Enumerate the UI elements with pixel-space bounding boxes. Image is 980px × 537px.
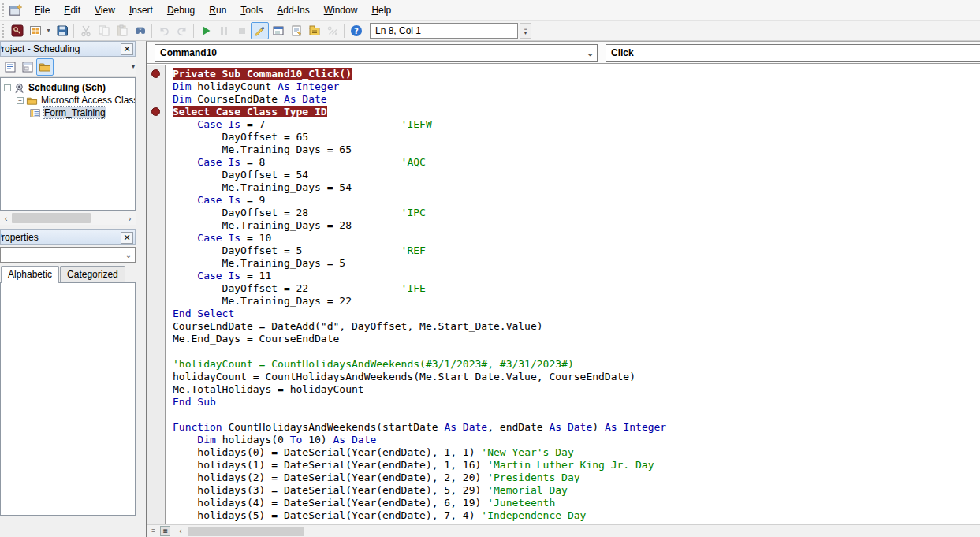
menu-tools[interactable]: Tools	[233, 2, 270, 19]
code-line[interactable]: Function CountHolidaysAndWeekends(startD…	[173, 421, 980, 434]
break-icon	[218, 24, 230, 37]
code-line[interactable]: holidays(2) = DateSerial(Year(endDate), …	[173, 472, 980, 484]
code-line[interactable]: holidays(5) = DateSerial(Year(endDate), …	[173, 509, 980, 522]
scrollbar-thumb[interactable]	[188, 527, 304, 536]
code-line[interactable]: Case Is = 9	[173, 194, 980, 207]
menu-run[interactable]: Run	[202, 2, 233, 19]
tree-expander-icon[interactable]: −	[4, 84, 11, 91]
code-line[interactable]: Me.Training_Days = 5	[173, 257, 980, 270]
find-button[interactable]	[131, 22, 149, 39]
design-mode-button[interactable]	[251, 22, 269, 39]
toggle-folders-button[interactable]	[36, 58, 54, 76]
scroll-left-icon[interactable]: ‹	[0, 214, 12, 223]
code-line[interactable]: Me.End_Days = CourseEndDate	[173, 333, 980, 345]
code-line[interactable]: Case Is = 8 'AQC	[173, 156, 980, 169]
menu-file[interactable]: File	[28, 2, 57, 19]
vba-editor-window: FileEditViewInsertDebugRunToolsAdd-InsWi…	[0, 0, 980, 537]
code-line[interactable]: holidays(4) = DateSerial(Year(endDate), …	[173, 497, 980, 509]
object-browser-button[interactable]	[305, 22, 323, 39]
code-line[interactable]: Select Case Class_Type_ID	[173, 106, 980, 118]
properties-window-button[interactable]	[287, 22, 305, 39]
code-line[interactable]: Me.Training_Days = 28	[173, 219, 980, 232]
breakpoint-margin[interactable]	[147, 65, 166, 525]
tree-item-scheduling-sch-[interactable]: −Scheduling (Sch)	[1, 81, 135, 94]
tree-expander-icon[interactable]: −	[17, 97, 24, 104]
view-microsoft-access-button[interactable]	[8, 22, 26, 39]
view-object-button[interactable]	[19, 58, 36, 76]
code-line[interactable]: holidays(1) = DateSerial(Year(endDate), …	[173, 459, 980, 472]
code-text[interactable]: Private Sub Command10_Click()Dim holiday…	[166, 65, 980, 525]
code-line[interactable]: DayOffset = 65	[173, 131, 980, 144]
breakpoint-icon[interactable]	[151, 69, 160, 78]
full-module-view-button[interactable]: ≣	[160, 526, 170, 536]
code-line[interactable]: Dim CourseEndDate As Date	[173, 93, 980, 106]
scrollbar-thumb[interactable]	[12, 213, 91, 223]
code-line[interactable]: Me.Training_Days = 65	[173, 144, 980, 156]
insert-object-icon	[29, 24, 42, 37]
project-tree-hscrollbar[interactable]: ‹ ›	[0, 211, 136, 225]
project-panel-overflow-button[interactable]: ▾	[132, 65, 135, 69]
help-button[interactable]: ?	[347, 22, 365, 39]
code-line[interactable]: End Sub	[173, 396, 980, 408]
code-line[interactable]: Case Is = 7 'IEFW	[173, 118, 980, 131]
toolbar: ▾? Ln 8, Col 1 ≡▾	[0, 21, 980, 41]
procedure-view-button[interactable]: ≡	[148, 526, 158, 536]
menu-window[interactable]: Window	[317, 2, 365, 19]
code-line[interactable]: 'holidayCount = CountHolidaysAndWeekends…	[173, 358, 980, 371]
code-line[interactable]: Me.TotalHolidays = holidayCount	[173, 383, 980, 396]
menu-insert[interactable]: Insert	[122, 2, 160, 19]
code-line[interactable]	[173, 345, 980, 358]
code-line[interactable]: Case Is = 11	[173, 270, 980, 282]
code-line[interactable]: DayOffset = 5 'REF	[173, 244, 980, 257]
properties-panel-titlebar: Properties ✕	[0, 229, 136, 245]
properties-panel-close-button[interactable]: ✕	[121, 232, 133, 244]
toolbar-separator	[73, 24, 74, 38]
code-line[interactable]: Dim holidays(0 To 10) As Date	[173, 434, 980, 446]
run-button[interactable]	[196, 22, 214, 39]
code-line[interactable]: DayOffset = 28 'IPC	[173, 207, 980, 219]
code-line[interactable]: End Select	[173, 308, 980, 320]
object-dropdown[interactable]: Command10 ⌄	[155, 44, 598, 62]
properties-object-selector[interactable]: ⌄	[0, 247, 136, 263]
code-line[interactable]: DayOffset = 54	[173, 169, 980, 181]
code-line[interactable]: Me.Training_Days = 22	[173, 295, 980, 308]
view-code-button[interactable]	[2, 58, 19, 76]
scroll-left-icon[interactable]: ‹	[175, 527, 186, 535]
code-line[interactable]: Private Sub Command10_Click()	[173, 68, 980, 80]
properties-list[interactable]	[0, 282, 136, 516]
undo-icon	[158, 24, 170, 37]
tab-categorized[interactable]: Categorized	[60, 266, 125, 282]
tab-alphabetic[interactable]: Alphabetic	[1, 266, 59, 283]
menu-edit[interactable]: Edit	[57, 2, 88, 19]
insert-object-button[interactable]	[26, 22, 44, 39]
tree-item-microsoft-access-class-objects[interactable]: −Microsoft Access Class Objects	[1, 94, 135, 106]
code-line[interactable]: Case Is = 10	[173, 232, 980, 244]
project-explorer-button[interactable]	[269, 22, 287, 39]
code-line[interactable]: Me.Training_Days = 54	[173, 181, 980, 194]
code-editor[interactable]: Private Sub Command10_Click()Dim holiday…	[147, 65, 980, 525]
menu-debug[interactable]: Debug	[160, 2, 202, 19]
code-line[interactable]: CourseEndDate = DateAdd("d", DayOffset, …	[173, 320, 980, 333]
scroll-right-icon[interactable]: ›	[124, 214, 136, 223]
code-line[interactable]	[173, 408, 980, 421]
insert-object-dropdown-arrow[interactable]: ▾	[44, 22, 53, 39]
toolbox-icon	[326, 24, 339, 37]
code-line[interactable]: holidayCount = CountHolidaysAndWeekends(…	[173, 371, 980, 383]
breakpoint-icon[interactable]	[151, 107, 160, 116]
folder-icon	[26, 95, 41, 106]
menu-addins[interactable]: Add-Ins	[270, 2, 316, 19]
save-button[interactable]	[53, 22, 71, 39]
code-line[interactable]: Dim holidayCount As Integer	[173, 80, 980, 93]
code-line[interactable]: holidays(0) = DateSerial(Year(endDate), …	[173, 446, 980, 459]
project-panel-close-button[interactable]: ✕	[121, 43, 133, 55]
toolbar-overflow-button[interactable]: ≡▾	[520, 23, 531, 39]
code-line[interactable]: DayOffset = 22 'IFE	[173, 282, 980, 295]
menu-view[interactable]: View	[88, 2, 122, 19]
properties-tabs: AlphabeticCategorized	[0, 264, 136, 282]
line-column-indicator: Ln 8, Col 1	[370, 23, 518, 39]
menu-help[interactable]: Help	[364, 2, 398, 19]
tree-item-form-training[interactable]: Form_Training	[1, 106, 135, 119]
cut-button	[76, 22, 95, 39]
procedure-dropdown[interactable]: Click	[606, 44, 980, 62]
code-line[interactable]: holidays(3) = DateSerial(Year(endDate), …	[173, 484, 980, 497]
